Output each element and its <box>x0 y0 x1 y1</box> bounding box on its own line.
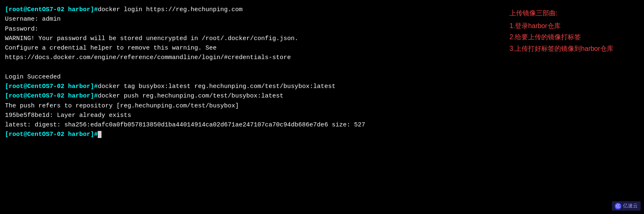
annotation-item: 2.给要上传的镜像打标签 <box>510 31 638 43</box>
terminal-cursor <box>98 131 101 138</box>
terminal-line: Login Succeeded <box>5 74 61 81</box>
annotation-item: 1.登录harbor仓库 <box>510 20 638 31</box>
terminal-cmd: docker login https://reg.hechunping.com <box>98 6 243 13</box>
terminal-output[interactable]: [root@CentOS7-02 harbor]#docker login ht… <box>2 3 504 214</box>
terminal-prompt: [root@CentOS7-02 harbor]# <box>5 93 98 100</box>
terminal-line: 195be5f8be1d: Layer already exists <box>5 112 131 119</box>
terminal-prompt: [root@CentOS7-02 harbor]# <box>5 6 98 13</box>
terminal-line: latest: digest: sha256:edafc0a0fb0578138… <box>5 121 365 128</box>
terminal-prompt: [root@CentOS7-02 harbor]# <box>5 131 98 138</box>
terminal-cmd: docker tag busybox:latest reg.hechunping… <box>98 83 335 90</box>
watermark: 亿 亿速云 <box>612 201 641 211</box>
annotation-item: 3.上传打好标签的镜像到harbor仓库 <box>510 43 638 54</box>
watermark-text: 亿速云 <box>623 202 638 209</box>
terminal-container: [root@CentOS7-02 harbor]#docker login ht… <box>0 0 644 214</box>
annotation-title: 上传镜像三部曲: <box>510 7 638 19</box>
terminal-line: The push refers to repository [reg.hechu… <box>5 102 239 109</box>
terminal-line: Password: <box>5 26 38 33</box>
terminal-prompt: [root@CentOS7-02 harbor]# <box>5 83 98 90</box>
terminal-cmd: docker push reg.hechunping.com/test/busy… <box>98 93 283 100</box>
terminal-line: Configure a credential helper to remove … <box>5 45 217 52</box>
watermark-icon: 亿 <box>615 203 621 209</box>
terminal-line: Username: admin <box>5 16 61 23</box>
annotation-panel: 上传镜像三部曲: 1.登录harbor仓库2.给要上传的镜像打标签3.上传打好标… <box>504 3 644 214</box>
terminal-line: https://docs.docker.com/engine/reference… <box>5 54 291 61</box>
terminal-line: WARNING! Your password will be stored un… <box>5 35 298 42</box>
